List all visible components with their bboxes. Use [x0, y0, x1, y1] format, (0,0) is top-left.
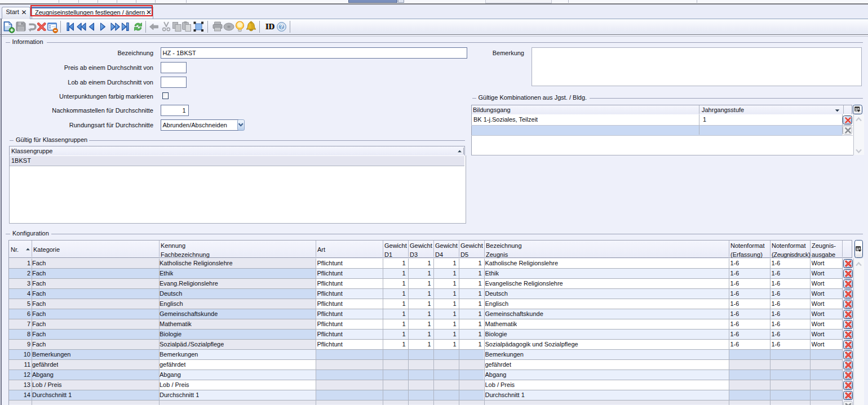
svg-text:?: ? [280, 24, 283, 30]
